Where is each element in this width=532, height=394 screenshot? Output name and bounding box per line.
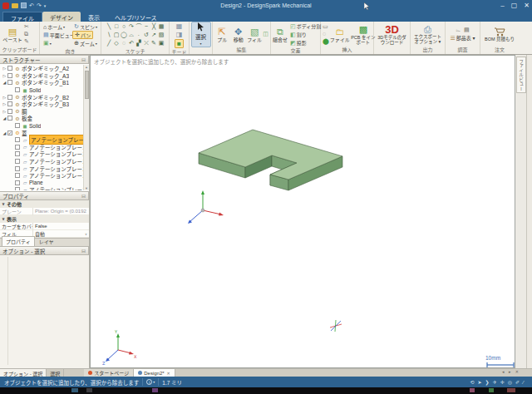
spin-button[interactable]: ↻スピン▾ [72, 22, 99, 31]
insert-axis-icon[interactable]: ◌ [323, 31, 329, 37]
export-options-button[interactable]: エクスポートオプション ▾ [412, 34, 444, 44]
split-button[interactable]: ◧割り [288, 31, 323, 38]
expander-icon[interactable]: ▷ [2, 66, 7, 71]
sketch-tool-icon-19[interactable]: ↶ [128, 39, 135, 47]
sketch-tool-icon-7[interactable]: ▦ [158, 22, 165, 31]
tree-item[interactable]: ▷⚙胴 [0, 108, 89, 116]
status-tool-icon-4[interactable]: ✛ [500, 377, 505, 387]
sketch-tool-icon-23[interactable]: ▣ [158, 39, 165, 47]
visibility-checkbox[interactable]: ✓ [7, 131, 12, 135]
sketch-tool-icon-18[interactable]: ◌ [121, 39, 128, 47]
view-mode-button[interactable]: ▣▾ [42, 39, 72, 47]
sketch-tool-icon-10[interactable]: ◯ [121, 31, 128, 39]
sketch-tool-icon-15[interactable]: ▧ [158, 31, 165, 39]
visibility-checkbox[interactable] [15, 151, 20, 156]
expander-icon[interactable]: ▷ [2, 95, 7, 100]
sketch-tool-icon-8[interactable]: ∖ [106, 31, 113, 39]
expander-icon[interactable]: ◢ [2, 116, 7, 121]
property-value[interactable]: False [33, 224, 89, 229]
visibility-checkbox[interactable] [15, 180, 20, 185]
collapse-chevron-icon[interactable]: ∨ [0, 201, 7, 206]
structure-scrollbar[interactable]: ▲▼ [83, 65, 89, 190]
measure-icon[interactable]: ⌳ [456, 27, 460, 33]
sketch-tool-icon-0[interactable]: ╲ [106, 22, 113, 31]
tree-item[interactable]: ▱アノテーションプレーン [0, 186, 89, 190]
fill-button[interactable]: ▧ フィル [247, 27, 262, 42]
sketch-tool-icon-12[interactable]: ∙ [135, 31, 143, 39]
download-3d-button[interactable]: 3Dモデルのダウンロード [376, 35, 409, 45]
plan-view-button[interactable]: ▤平面ビュー [42, 31, 72, 39]
visibility-checkbox[interactable] [7, 101, 12, 106]
visibility-checkbox[interactable] [7, 95, 12, 100]
visibility-checkbox[interactable] [15, 187, 20, 190]
pull-button[interactable]: ⇱ プル [214, 27, 229, 42]
visibility-checkbox[interactable] [15, 145, 20, 150]
paste-button[interactable]: ▤ ペースト [2, 27, 23, 42]
property-value[interactable]: Plane: Origin = (0.0192 [33, 209, 89, 214]
tree-item[interactable]: ◢⚙ボタンギミック_B1 [0, 79, 89, 86]
design-canvas[interactable]: オブジェクトを選択に追加したり、選択から除去します [90, 55, 515, 368]
visibility-checkbox[interactable] [7, 73, 12, 78]
insert-cylinder-icon[interactable]: ⬤ [323, 38, 329, 45]
visibility-checkbox[interactable] [15, 123, 20, 128]
visibility-checkbox[interactable] [15, 166, 20, 171]
dock-pin-icon[interactable]: ⊟ [81, 57, 86, 62]
visibility-checkbox[interactable] [15, 137, 20, 142]
insert-plane-icon[interactable]: ▭ [323, 23, 329, 30]
visibility-checkbox[interactable] [7, 109, 12, 114]
sketch-tool-icon-6[interactable]: ╳ [150, 22, 158, 31]
replace-icon[interactable]: ◫ [263, 31, 268, 37]
dock-pin-icon[interactable]: ⊟ [81, 193, 86, 199]
sketch-tool-icon-1[interactable]: □ [113, 22, 121, 31]
dropdown-chevron-icon[interactable]: ∨ [85, 232, 89, 236]
insert-file-button[interactable]: 🗀 ファイル [330, 27, 350, 42]
sketch-tool-icon-5[interactable]: ~ [143, 22, 150, 31]
info-icon[interactable]: i [146, 379, 152, 385]
sketch-tool-icon-4[interactable]: ⌒ [135, 22, 143, 31]
properties-tab-active[interactable]: プロパティ [2, 236, 35, 246]
sketch-tool-icon-3[interactable]: ↷ [128, 22, 135, 31]
solid-part[interactable] [199, 130, 342, 190]
sketch-tool-icon-21[interactable]: ⤫ [143, 39, 150, 47]
os-taskbar[interactable] [0, 387, 532, 394]
home-view-button[interactable]: ⌂ホーム▾ [42, 22, 72, 31]
visibility-checkbox[interactable] [15, 159, 20, 164]
sketch-tool-icon-9[interactable]: ▢ [113, 31, 121, 39]
tree-item[interactable]: ◼Solid [0, 122, 89, 130]
solid-mode-icon[interactable]: ■ [175, 39, 184, 48]
document-tab[interactable]: スタートページ [84, 369, 134, 377]
select-button[interactable]: 選択 ▾ [191, 22, 211, 47]
panel-tab-select[interactable]: 選択 [47, 369, 64, 377]
sketch-tool-icon-16[interactable]: ╱ [106, 39, 113, 47]
dock-pin-icon[interactable]: ⊟ [81, 248, 86, 254]
sketch-tool-icon-22[interactable]: ✎ [150, 39, 158, 47]
menu-tab-1[interactable]: デザイン [42, 12, 81, 22]
expander-icon[interactable]: ▷ [2, 73, 7, 78]
visibility-checkbox[interactable] [7, 80, 12, 85]
cut-icon[interactable]: ✂ [24, 23, 29, 30]
side-tab-fileview[interactable]: ファイルビュー [516, 57, 526, 93]
status-tool-icon-3[interactable]: ✈ [493, 377, 497, 387]
sketch-tool-icon-14[interactable]: ↗ [150, 31, 158, 39]
visibility-checkbox[interactable] [7, 116, 12, 121]
maximize-button[interactable]: ▢ [511, 0, 518, 11]
panel-tab-options[interactable]: オプション - 選択 [0, 369, 47, 377]
tab-nav-buttons[interactable]: ◂ ▸ ✕ [502, 369, 520, 374]
expander-icon[interactable]: ▷ [2, 101, 7, 106]
move-button[interactable]: ✥ 移動 [230, 27, 245, 42]
expander-icon[interactable]: ◢ [2, 131, 7, 135]
sketch-tool-icon-2[interactable]: ○ [121, 22, 128, 31]
status-tool-icon-6[interactable]: ✐ [515, 377, 520, 387]
status-tool-icon-0[interactable]: ⟲ [470, 377, 475, 387]
pan-button[interactable]: ✛パン [72, 31, 93, 39]
project-button[interactable]: ◩投影 [288, 39, 323, 47]
status-tool-icon-5[interactable]: ◎ [508, 377, 512, 387]
menu-tab-2[interactable]: 表示 [81, 12, 107, 22]
expander-icon[interactable]: ◢ [2, 80, 7, 85]
pcb-import-button[interactable]: ▩ PCB をインポート [351, 24, 376, 45]
status-tool-icon-7[interactable]: ∕ [523, 377, 524, 387]
bom-quote-button[interactable]: BOM 見積もり [483, 37, 516, 42]
tree-item[interactable]: ▱アノテーションプレーン [0, 172, 89, 180]
expander-icon[interactable]: ▷ [2, 109, 7, 114]
combine-button[interactable]: ⧉ 組合せ [273, 27, 288, 42]
